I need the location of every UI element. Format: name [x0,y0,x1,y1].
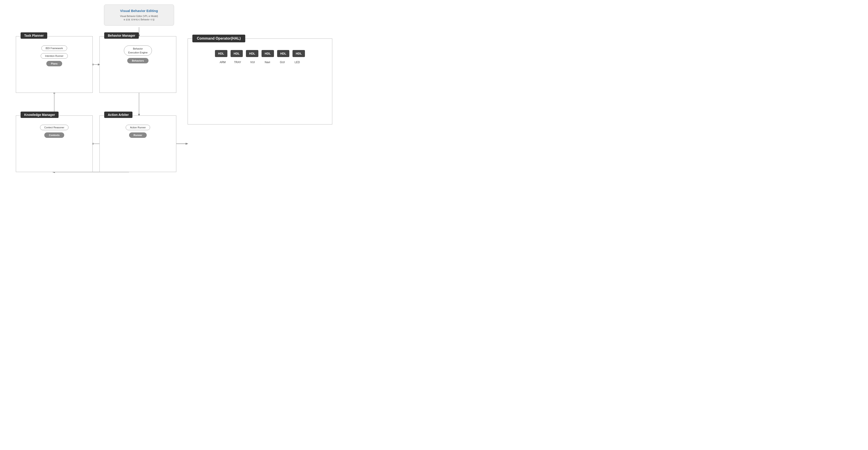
hdl-box-2: HDL [230,50,243,57]
diagram-container: Visual Behavior Editing Visual Behavior … [0,0,434,225]
device-tray: TRAY [232,61,243,64]
plans-pill: Plans [46,61,62,66]
behavior-manager-box: Behavior Manager BehaviorExecution Engin… [99,36,176,93]
device-led: LED [291,61,303,64]
device-row: ARM TRAY VUI Navi GUI LED [217,59,303,64]
runner-pill: Runner [129,133,147,138]
hdl-box-3: HDL [246,50,258,57]
vbe-box: Visual Behavior Editing Visual Behavior … [104,4,174,26]
device-vui: VUI [247,61,258,64]
action-arbiter-box: Action Arbiter Action Runner Runner [99,115,176,172]
vbe-subtitle: Visual Behavior Editor (VPL or Model) ※ … [109,15,169,21]
behavior-manager-header: Behavior Manager [104,32,139,39]
bdi-framework-pill: BDI Framework [41,46,67,51]
command-operator-header: Command Operator(HAL) [192,35,245,42]
vbe-title: Visual Behavior Editing [109,9,169,13]
task-planner-box: Task Planner BDI Framework Intention Run… [16,36,93,93]
device-gui: GUI [276,61,288,64]
hdl-box-1: HDL [215,50,227,57]
hdl-box-4: HDL [261,50,274,57]
hdl-box-5: HDL [277,50,289,57]
behaviors-pill: Behaviors [127,58,148,63]
task-planner-header: Task Planner [21,32,47,39]
context-reasoner-pill: Contect Reasoner [40,125,69,130]
hdl-box-6: HDL [292,50,305,57]
device-navi: Navi [261,61,273,64]
knowledge-manager-box: Knowledge Manager Contect Reasoner Conte… [16,115,93,172]
action-arbiter-header: Action Arbiter [104,112,132,118]
intention-runner-pill: Intention Runner [41,53,68,59]
device-arm: ARM [217,61,228,64]
behavior-execution-engine-pill: BehaviorExecution Engine [124,46,152,56]
contexts-pill: Contexts [44,133,64,138]
command-operator-box: Command Operator(HAL) HDL HDL HDL HDL HD… [188,38,332,124]
hdl-row: HDL HDL HDL HDL HDL HDL [215,50,305,57]
knowledge-manager-header: Knowledge Manager [21,112,59,118]
action-runner-pill: Action Runner [126,125,150,130]
